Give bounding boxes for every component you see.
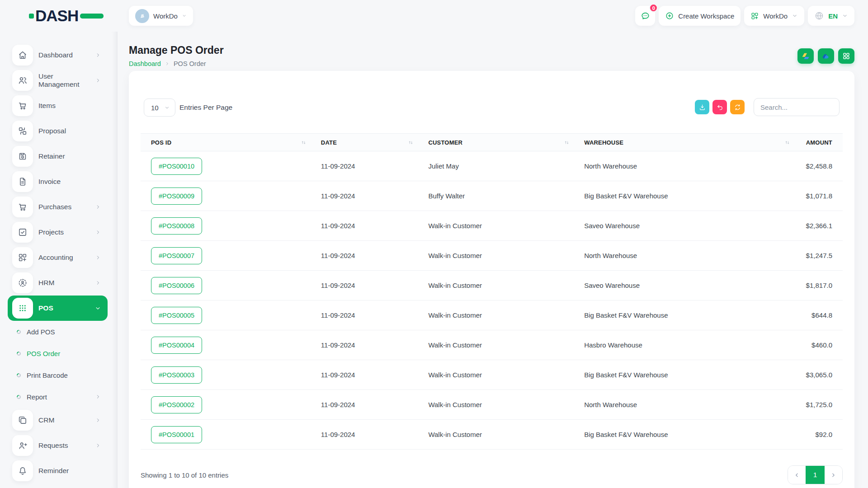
sidebar-item-purchases[interactable]: Purchases <box>8 194 108 220</box>
sidebar-item-user-management[interactable]: User Management <box>8 68 108 93</box>
chevron-right-icon <box>95 254 101 261</box>
customer-cell: Walk-in Customer <box>418 252 574 259</box>
pos-id-badge[interactable]: #POS00010 <box>151 158 202 175</box>
warehouse-cell: North Warehouse <box>574 162 794 170</box>
sidebar-item-hrm[interactable]: HRM <box>8 270 108 296</box>
column-header-label: CUSTOMER <box>428 139 462 146</box>
column-header-label: WAREHOUSE <box>584 139 623 146</box>
home-icon <box>12 45 33 66</box>
chevron-right-icon <box>95 394 101 400</box>
chevron-down-icon <box>792 13 798 19</box>
chevron-right-icon <box>95 442 101 449</box>
google-drive-button[interactable] <box>797 48 814 64</box>
onedrive-button[interactable] <box>818 48 834 64</box>
refresh-button[interactable] <box>730 100 745 114</box>
google-drive-icon <box>801 52 810 61</box>
cart-icon <box>12 95 33 116</box>
sort-icon <box>300 139 307 146</box>
warehouse-cell: Big Basket F&V Warehouse <box>574 192 794 200</box>
column-header-customer[interactable]: CUSTOMER <box>418 134 574 151</box>
accounting-icon <box>12 247 33 268</box>
brand-logo: DASH <box>29 8 104 24</box>
breadcrumb: Dashboard POS Order <box>129 60 206 67</box>
breadcrumb-dashboard-link[interactable]: Dashboard <box>129 60 161 67</box>
app-switcher-dropdown[interactable]: WorkDo <box>744 6 804 26</box>
sidebar-item-projects[interactable]: Projects <box>8 220 108 245</box>
date-cell: 11-09-2024 <box>311 252 418 259</box>
download-button[interactable] <box>695 100 709 114</box>
sidebar-item-dashboard[interactable]: Dashboard <box>8 42 108 68</box>
sidebar-item-requests[interactable]: Requests <box>8 433 108 458</box>
sidebar-subitem-pos-order[interactable]: POS Order <box>8 343 108 364</box>
sidebar-item-reminder[interactable]: Reminder <box>8 458 108 483</box>
column-header-warehouse[interactable]: WAREHOUSE <box>574 134 794 151</box>
pos-id-badge[interactable]: #POS00001 <box>151 426 202 443</box>
pos-id-cell: #POS00004 <box>141 337 311 354</box>
column-header-label: DATE <box>321 139 337 146</box>
table-row: #POS0000411-09-2024Walk-in CustomerHasbr… <box>141 330 843 360</box>
sidebar-item-label: Reminder <box>38 467 101 475</box>
undo-icon <box>716 103 724 111</box>
column-header-pos-id[interactable]: POS ID <box>141 134 311 151</box>
app-switcher-label: WorkDo <box>763 12 788 20</box>
sidebar-subitem-add-pos[interactable]: Add POS <box>8 321 108 343</box>
table-row: #POS0000611-09-2024Walk-in CustomerSaveo… <box>141 271 843 300</box>
entries-per-page-select[interactable]: 10 <box>144 99 175 117</box>
pos-id-badge[interactable]: #POS00003 <box>151 366 202 384</box>
workspace-avatar <box>135 9 149 23</box>
showing-entries-text: Showing 1 to 10 of 10 entries <box>141 471 228 479</box>
sidebar-item-label: User Management <box>38 72 90 89</box>
pos-id-badge[interactable]: #POS00004 <box>151 337 202 354</box>
page-title: Manage POS Order <box>129 44 224 56</box>
language-dropdown[interactable]: EN <box>808 6 854 26</box>
sidebar-item-invoice[interactable]: Invoice <box>8 169 108 194</box>
chevron-left-icon <box>793 472 800 479</box>
sidebar: DashboardUser ManagementItemsProposalRet… <box>0 32 118 488</box>
users-icon <box>12 70 33 91</box>
pos-id-cell: #POS00008 <box>141 217 311 235</box>
entries-per-page-value: 10 <box>151 104 159 112</box>
column-header-date[interactable]: DATE <box>311 134 418 151</box>
sidebar-item-label: Requests <box>38 441 90 450</box>
column-header-label: AMOUNT <box>806 139 832 146</box>
warehouse-cell: Hasbro Warehouse <box>574 341 794 349</box>
messages-button[interactable]: 0 <box>635 6 655 26</box>
logo-dash-icon <box>80 14 104 19</box>
submenu-bullet-icon <box>16 394 22 400</box>
pos-id-badge[interactable]: #POS00005 <box>151 307 202 324</box>
undo-button[interactable] <box>712 100 727 114</box>
sidebar-item-proposal[interactable]: Proposal <box>8 118 108 144</box>
create-workspace-button[interactable]: Create Workspace <box>659 6 741 26</box>
table-row: #POS0000511-09-2024Walk-in CustomerBig B… <box>141 300 843 330</box>
amount-cell: $1,071.8 <box>794 192 843 200</box>
grid-button[interactable] <box>838 48 854 64</box>
sidebar-subitem-print-barcode[interactable]: Print Barcode <box>8 364 108 386</box>
warehouse-cell: Saveo Warehouse <box>574 222 794 230</box>
sidebar-item-retainer[interactable]: Retainer <box>8 144 108 169</box>
pos-id-badge[interactable]: #POS00009 <box>151 188 202 205</box>
pagination-prev-button[interactable] <box>788 466 806 484</box>
submenu-bullet-icon <box>16 329 22 335</box>
customer-cell: Juliet May <box>418 162 574 170</box>
pos-id-badge[interactable]: #POS00007 <box>151 247 202 264</box>
chevron-right-icon <box>95 77 101 84</box>
pagination-next-button[interactable] <box>825 466 842 484</box>
search-input[interactable] <box>754 98 840 116</box>
pagination-page-1[interactable]: 1 <box>806 466 825 484</box>
sidebar-item-label: Proposal <box>38 127 101 135</box>
breadcrumb-current: POS Order <box>174 60 206 67</box>
plus-circle-icon <box>665 11 674 20</box>
pos-id-badge[interactable]: #POS00008 <box>151 217 202 235</box>
sidebar-subitem-label: Print Barcode <box>27 371 108 379</box>
sidebar-item-accounting[interactable]: Accounting <box>8 245 108 270</box>
pos-id-badge[interactable]: #POS00006 <box>151 277 202 294</box>
sidebar-item-pos[interactable]: POS <box>8 296 108 321</box>
retainer-icon <box>12 146 33 167</box>
sidebar-item-crm[interactable]: CRM <box>8 408 108 433</box>
pos-id-badge[interactable]: #POS00002 <box>151 396 202 413</box>
sidebar-item-items[interactable]: Items <box>8 93 108 118</box>
customer-cell: Walk-in Customer <box>418 311 574 319</box>
amount-cell: $460.0 <box>794 341 843 349</box>
workspace-selector[interactable]: WorkDo <box>129 6 193 26</box>
sidebar-subitem-report[interactable]: Report <box>8 386 108 408</box>
